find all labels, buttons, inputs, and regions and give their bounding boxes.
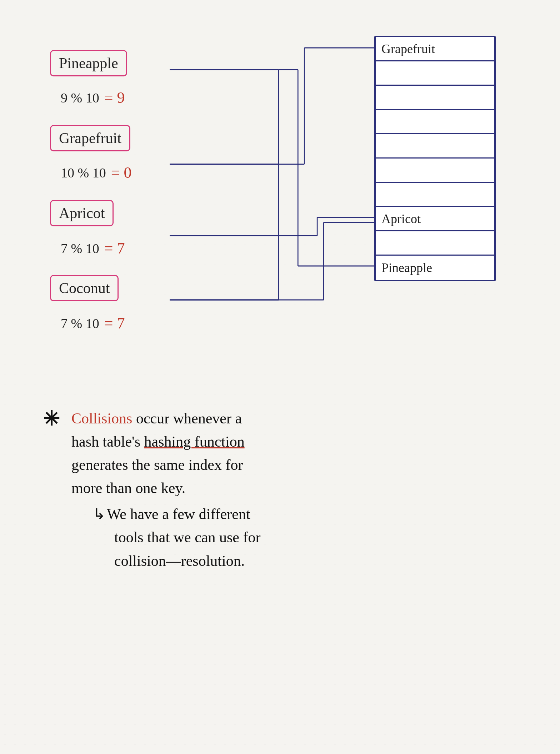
text-line-2: hash table's hashing function — [71, 430, 531, 453]
table-row — [376, 159, 494, 183]
sub-section: ↳We have a few different tools that we c… — [93, 503, 531, 572]
row-7-content: Apricot — [376, 211, 494, 226]
table-row — [376, 134, 494, 159]
sub-line-1: ↳We have a few different — [93, 503, 531, 526]
text-line-3: generates the same index for — [71, 453, 531, 477]
apricot-box: Apricot — [50, 200, 114, 226]
table-row: Apricot — [376, 207, 494, 231]
line1-rest: occur whenever a — [132, 410, 242, 427]
pineapple-label: Pineapple — [59, 55, 118, 71]
table-row — [376, 110, 494, 134]
text-line-4: more than one key. — [71, 477, 531, 500]
pineapple-result: = 9 — [104, 89, 125, 107]
sub-line-1-text: We have a few different — [107, 506, 250, 522]
grapefruit-formula: 10 % 10 — [61, 165, 106, 181]
table-row — [376, 86, 494, 110]
grapefruit-label: Grapefruit — [59, 130, 121, 146]
coconut-label: Coconut — [59, 280, 110, 296]
sub-line-2: tools that we can use for — [93, 526, 531, 549]
row-0-content: Grapefruit — [376, 41, 494, 56]
pineapple-box: Pineapple — [50, 50, 127, 76]
apricot-label: Apricot — [59, 205, 105, 221]
table-row — [376, 183, 494, 207]
sub-line-3: collision—resolution. — [93, 549, 531, 573]
apricot-formula: 7 % 10 — [61, 241, 99, 256]
asterisk-icon: ✳ — [43, 407, 60, 430]
apricot-result: = 7 — [104, 239, 125, 257]
line3-text: generates the same index for — [71, 457, 243, 473]
grapefruit-box: Grapefruit — [50, 125, 130, 151]
sub-line-2-text: tools that we can use for — [114, 529, 260, 546]
grapefruit-result: = 0 — [111, 164, 132, 182]
text-line-1: Collisions occur whenever a — [71, 407, 531, 430]
row-9-content: Pineapple — [376, 260, 494, 275]
table-row: Grapefruit — [376, 37, 494, 61]
hash-table: Grapefruit Apricot — [374, 36, 496, 281]
coconut-formula: 7 % 10 — [61, 316, 99, 331]
coconut-result: = 7 — [104, 314, 125, 332]
sub-arrow-icon: ↳ — [93, 503, 105, 526]
coconut-box: Coconut — [50, 275, 119, 301]
page: Pineapple 9 % 10 = 9 Grapefruit 10 % 10 … — [0, 0, 560, 754]
table-row: Pineapple — [376, 256, 494, 280]
sub-line-3-text: collision—resolution. — [114, 553, 245, 569]
text-section: ✳ Collisions occur whenever a hash table… — [29, 407, 531, 573]
line4-text: more than one key. — [71, 480, 185, 496]
table-row — [376, 231, 494, 256]
table-row — [376, 61, 494, 86]
line2-prefix: hash table's — [71, 433, 144, 450]
hashing-function-phrase: hashing function — [144, 433, 245, 450]
collisions-word: Collisions — [71, 410, 132, 427]
diagram: Pineapple 9 % 10 = 9 Grapefruit 10 % 10 … — [29, 29, 531, 393]
pineapple-formula: 9 % 10 — [61, 90, 99, 106]
